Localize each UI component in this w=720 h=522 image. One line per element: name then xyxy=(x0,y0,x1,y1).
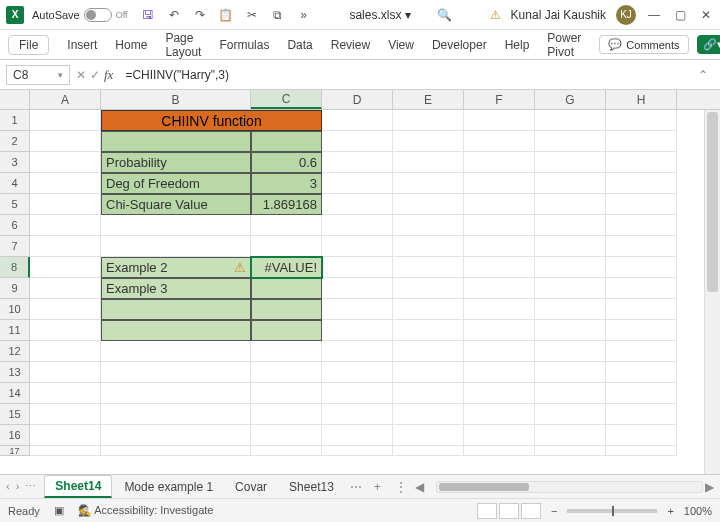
accept-formula-icon[interactable]: ✓ xyxy=(90,68,100,82)
cell[interactable] xyxy=(393,278,464,299)
tab-view[interactable]: View xyxy=(388,38,414,52)
cell[interactable] xyxy=(535,152,606,173)
autosave-toggle[interactable]: AutoSave Off xyxy=(32,8,128,22)
cell[interactable]: CHIINV function xyxy=(101,110,322,131)
cell[interactable]: Example 3 xyxy=(101,278,251,299)
row-header[interactable]: 3 xyxy=(0,152,30,173)
cell[interactable] xyxy=(322,320,393,341)
cell[interactable] xyxy=(322,404,393,425)
scrollbar-thumb[interactable] xyxy=(439,483,529,491)
cell[interactable] xyxy=(322,194,393,215)
cell[interactable] xyxy=(251,425,322,446)
row-header[interactable]: 1 xyxy=(0,110,30,131)
cell[interactable] xyxy=(322,446,393,456)
cell[interactable] xyxy=(322,278,393,299)
comments-button[interactable]: 💬 Comments xyxy=(599,35,688,54)
cell[interactable] xyxy=(606,131,677,152)
more-sheets-icon[interactable]: ⋯ xyxy=(25,480,36,493)
cell[interactable] xyxy=(322,236,393,257)
cell[interactable]: 0.6 xyxy=(251,152,322,173)
cell[interactable] xyxy=(393,383,464,404)
cell[interactable] xyxy=(30,404,101,425)
cell[interactable] xyxy=(322,299,393,320)
cell[interactable] xyxy=(101,320,251,341)
macro-record-icon[interactable]: ▣ xyxy=(54,504,64,517)
row-header[interactable]: 7 xyxy=(0,236,30,257)
cell[interactable] xyxy=(251,362,322,383)
row-header[interactable]: 13 xyxy=(0,362,30,383)
cell[interactable] xyxy=(606,194,677,215)
cell[interactable] xyxy=(606,278,677,299)
sheet-tab[interactable]: Sheet13 xyxy=(279,477,344,497)
cell[interactable] xyxy=(101,131,251,152)
scroll-right-icon[interactable]: ▶ xyxy=(705,480,714,494)
zoom-in-icon[interactable]: + xyxy=(667,505,673,517)
cell[interactable] xyxy=(606,215,677,236)
cell[interactable] xyxy=(464,425,535,446)
cell[interactable] xyxy=(30,362,101,383)
tab-page-layout[interactable]: Page Layout xyxy=(165,31,201,59)
cell[interactable] xyxy=(535,425,606,446)
normal-view-button[interactable] xyxy=(477,503,497,519)
cell[interactable] xyxy=(30,320,101,341)
cell[interactable] xyxy=(535,278,606,299)
cell[interactable] xyxy=(606,173,677,194)
cell[interactable] xyxy=(30,425,101,446)
cell[interactable] xyxy=(251,299,322,320)
cell[interactable] xyxy=(30,257,101,278)
col-header[interactable]: C xyxy=(251,90,322,109)
cell[interactable] xyxy=(322,341,393,362)
cell[interactable] xyxy=(393,194,464,215)
cell[interactable] xyxy=(535,383,606,404)
row-header[interactable]: 9 xyxy=(0,278,30,299)
cell[interactable]: Deg of Freedom xyxy=(101,173,251,194)
cell[interactable] xyxy=(393,299,464,320)
cell[interactable] xyxy=(606,404,677,425)
cell[interactable] xyxy=(322,173,393,194)
fx-icon[interactable]: fx xyxy=(104,67,113,83)
col-header[interactable]: D xyxy=(322,90,393,109)
cell[interactable] xyxy=(393,152,464,173)
tab-data[interactable]: Data xyxy=(287,38,312,52)
cell[interactable] xyxy=(30,383,101,404)
tab-formulas[interactable]: Formulas xyxy=(219,38,269,52)
close-icon[interactable]: ✕ xyxy=(698,8,714,22)
cancel-formula-icon[interactable]: ✕ xyxy=(76,68,86,82)
add-sheet-icon[interactable]: + xyxy=(368,480,387,494)
cell[interactable] xyxy=(251,383,322,404)
cell[interactable] xyxy=(393,110,464,131)
cell[interactable] xyxy=(101,362,251,383)
cell[interactable] xyxy=(251,278,322,299)
cell[interactable]: Chi-Square Value xyxy=(101,194,251,215)
spreadsheet-grid[interactable]: A B C D E F G H 1 CHIINV function 2 3 Pr… xyxy=(0,90,720,474)
avatar[interactable]: KJ xyxy=(616,5,636,25)
cell[interactable] xyxy=(322,152,393,173)
cell[interactable] xyxy=(322,215,393,236)
cell[interactable] xyxy=(464,446,535,456)
sheet-tab[interactable]: Mode example 1 xyxy=(114,477,223,497)
sheet-tab-active[interactable]: Sheet14 xyxy=(44,475,112,498)
cell[interactable] xyxy=(101,446,251,456)
row-header[interactable]: 8 xyxy=(0,257,30,278)
cell[interactable] xyxy=(464,383,535,404)
cell[interactable] xyxy=(393,320,464,341)
select-all-corner[interactable] xyxy=(0,90,30,109)
col-header[interactable]: G xyxy=(535,90,606,109)
row-header[interactable]: 12 xyxy=(0,341,30,362)
cell[interactable] xyxy=(606,110,677,131)
cell[interactable] xyxy=(30,278,101,299)
cell[interactable] xyxy=(464,131,535,152)
cell[interactable] xyxy=(606,236,677,257)
cell[interactable] xyxy=(30,194,101,215)
row-header[interactable]: 6 xyxy=(0,215,30,236)
cell[interactable] xyxy=(464,194,535,215)
cell[interactable] xyxy=(101,236,251,257)
cell[interactable] xyxy=(393,446,464,456)
cell[interactable] xyxy=(535,446,606,456)
tab-power-pivot[interactable]: Power Pivot xyxy=(547,31,581,59)
cell[interactable] xyxy=(393,215,464,236)
cell[interactable] xyxy=(393,236,464,257)
tab-help[interactable]: Help xyxy=(505,38,530,52)
page-break-view-button[interactable] xyxy=(521,503,541,519)
cell[interactable] xyxy=(251,446,322,456)
